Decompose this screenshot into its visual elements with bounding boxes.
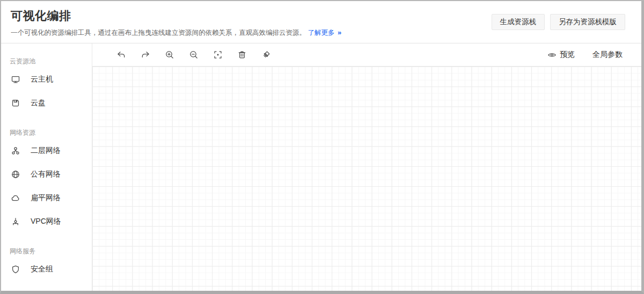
sidebar-item-security-group[interactable]: 安全组 (1, 258, 92, 281)
preview-button[interactable]: 预览 (547, 50, 575, 60)
undo-button[interactable] (116, 50, 126, 60)
sidebar-item-vpc-network[interactable]: VPC网络 (1, 210, 92, 233)
double-chevron-icon: » (338, 28, 341, 36)
generate-stack-button[interactable]: 生成资源栈 (492, 14, 545, 30)
page-description-text: 一个可视化的资源编排工具，通过在画布上拖曳连线建立资源间的依赖关系，直观高效编排… (11, 29, 306, 36)
globe-icon (11, 170, 20, 179)
section-label-cloud-pool: 云资源池 (10, 57, 92, 66)
sidebar-item-label: 二层网络 (31, 146, 61, 156)
sidebar-item-label: 公有网络 (31, 170, 61, 179)
zoom-in-icon (165, 50, 174, 60)
zoom-out-button[interactable] (189, 50, 199, 60)
redo-icon (141, 50, 150, 60)
zoom-out-icon (189, 50, 199, 60)
disk-icon (11, 98, 20, 108)
clear-brush-icon (261, 50, 271, 60)
clear-canvas-button[interactable] (261, 50, 271, 60)
content-area: 云资源池 云主机 云盘 网络资源 二层网络 (1, 43, 641, 291)
sidebar-item-label: 云盘 (31, 98, 46, 108)
sidebar-item-label: 扁平网络 (31, 193, 61, 203)
save-as-template-button[interactable]: 另存为资源栈模版 (550, 14, 625, 30)
sidebar-item-flat-network[interactable]: 扁平网络 (1, 186, 92, 210)
shield-icon (11, 264, 20, 274)
sidebar-item-label: 云主机 (31, 75, 53, 84)
section-label-network-resources: 网络资源 (10, 128, 92, 137)
eye-icon (547, 50, 557, 60)
cloud-icon (11, 193, 20, 203)
orchestration-canvas[interactable] (92, 67, 641, 291)
learn-more-link[interactable]: 了解更多 » (308, 29, 341, 36)
main-panel: 预览 全局参数 (92, 43, 641, 291)
resource-sidebar: 云资源池 云主机 云盘 网络资源 二层网络 (1, 43, 92, 291)
trash-icon (237, 50, 247, 60)
fit-view-button[interactable] (213, 50, 223, 60)
sidebar-item-label: VPC网络 (31, 217, 61, 226)
sidebar-item-layer2-network[interactable]: 二层网络 (1, 139, 92, 163)
vpc-network-icon (11, 217, 20, 226)
sidebar-item-cloud-host[interactable]: 云主机 (1, 68, 92, 91)
canvas-toolbar: 预览 全局参数 (92, 43, 641, 67)
section-label-network-services: 网络服务 (10, 247, 92, 256)
delete-button[interactable] (237, 50, 247, 60)
fit-view-icon (213, 50, 223, 60)
redo-button[interactable] (141, 50, 150, 60)
page-header: 可视化编排 一个可视化的资源编排工具，通过在画布上拖曳连线建立资源间的依赖关系，… (1, 1, 641, 43)
tool-group-left (109, 50, 278, 60)
header-actions: 生成资源栈 另存为资源栈模版 (492, 14, 626, 30)
zoom-in-button[interactable] (165, 50, 174, 60)
global-params-button[interactable]: 全局参数 (592, 50, 623, 60)
visual-orchestration-app: 可视化编排 一个可视化的资源编排工具，通过在画布上拖曳连线建立资源间的依赖关系，… (0, 0, 644, 294)
sidebar-item-public-network[interactable]: 公有网络 (1, 163, 92, 186)
sidebar-item-cloud-disk[interactable]: 云盘 (1, 91, 92, 115)
undo-icon (116, 50, 126, 60)
tool-group-right: 预览 全局参数 (547, 50, 623, 60)
sidebar-item-label: 安全组 (31, 264, 53, 274)
layer2-network-icon (11, 146, 20, 156)
monitor-icon (11, 75, 20, 84)
